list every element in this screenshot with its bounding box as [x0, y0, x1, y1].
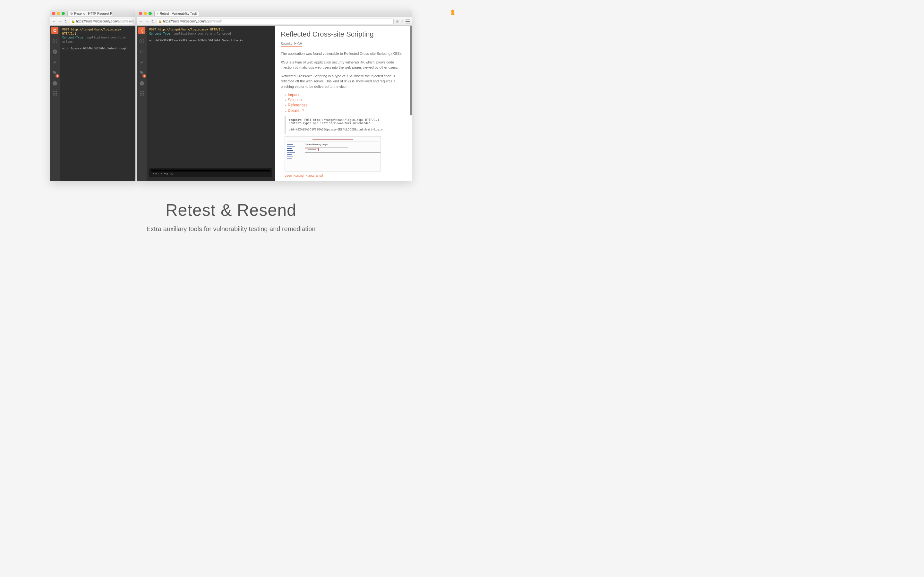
- detail-request-box: request: POST http://target/bank/login.a…: [284, 116, 406, 134]
- tab-title: Retest - Vulnerability Testi: [160, 12, 197, 15]
- app-logo-resend[interactable]: C: [51, 27, 58, 34]
- tab-title: Resend - HTTP Request R: [74, 12, 112, 15]
- avatar-icon[interactable]: [449, 9, 456, 17]
- maximize-window-icon[interactable]: [61, 12, 65, 15]
- app-sidebar: C 5 i: [50, 26, 60, 181]
- url-host: suite.websecurify.com: [86, 19, 117, 23]
- star-icon[interactable]: ☆: [401, 19, 404, 24]
- tab-favicon: ↻: [70, 12, 73, 15]
- url-bar: ← → ↻ 🔒 https://suite.websecurify.com/ap…: [50, 17, 136, 26]
- url-prefix: https://: [76, 19, 86, 23]
- info-icon[interactable]: i: [52, 81, 57, 87]
- reload-icon[interactable]: ↻: [151, 19, 155, 24]
- report-pane: Reflected Cross-site Scripting Severity:…: [275, 26, 412, 181]
- forward-icon[interactable]: →: [58, 19, 62, 24]
- url-path: /apps/resend/: [117, 19, 134, 23]
- refresh-icon[interactable]: [139, 49, 144, 55]
- section-impact[interactable]: ›Impact: [284, 92, 406, 97]
- chevron-down-icon: ⌵: [284, 108, 288, 113]
- forward-icon[interactable]: →: [145, 19, 149, 24]
- tag-icon[interactable]: 8: [139, 70, 144, 76]
- page-caption: Retest & Resend Extra auxiliary tools fo…: [0, 200, 462, 233]
- play-icon[interactable]: [52, 39, 57, 45]
- chevron-right-icon: ›: [284, 93, 288, 97]
- url-prefix: https://: [163, 19, 173, 23]
- address-field[interactable]: 🔒 https://suite.websecurify.com/apps/res…: [69, 19, 134, 24]
- link-open[interactable]: Open: [284, 174, 292, 177]
- request-editor[interactable]: POST http://target/bank/login.aspx HTTP/…: [60, 26, 136, 181]
- close-tab-icon[interactable]: ×: [199, 12, 199, 15]
- detail-request-line1: POST http://target/bank/login.aspx HTTP/…: [304, 118, 379, 121]
- progress-bar: [151, 169, 270, 171]
- reload-icon[interactable]: ↻: [64, 19, 68, 24]
- thumb-header: ━━━━━━━━━━━━━━━━━━━━━━━━━━━━━━━━━━━━━━━━…: [287, 139, 379, 142]
- apps-grid-icon[interactable]: [53, 91, 57, 95]
- caption-subtitle: Extra auxiliary tools for vulnerability …: [0, 226, 462, 233]
- status-text: 1/761 71/91 0%: [151, 173, 173, 176]
- url-bar: ← → ↻ 🔒 https://suite.websecurify.com/ap…: [137, 17, 412, 26]
- detail-request-body: uid=%22%3E%3C1V9SO%3E&passw=6E84bL56I8&b…: [289, 128, 383, 131]
- apps-grid-icon[interactable]: [140, 91, 144, 95]
- minimize-window-icon[interactable]: [57, 12, 60, 15]
- section-details[interactable]: ⌵Details (1): [284, 108, 406, 113]
- minimize-window-icon[interactable]: [144, 12, 147, 15]
- lock-icon: 🔒: [71, 19, 75, 23]
- close-window-icon[interactable]: [139, 12, 142, 15]
- thumb-title: Online Banking Login: [305, 143, 328, 145]
- bird-icon[interactable]: [52, 60, 57, 66]
- report-paragraph: The application was found vulnerable to …: [281, 51, 406, 56]
- window-controls: [139, 12, 152, 15]
- request-editor[interactable]: POST http://target/bank/login.aspx HTTP/…: [147, 26, 275, 181]
- play-filled-icon[interactable]: [52, 49, 57, 55]
- scrollbar[interactable]: [410, 26, 412, 115]
- vuln-title: Reflected Cross-site Scripting: [281, 30, 406, 39]
- tag-icon[interactable]: 5: [52, 70, 57, 76]
- report-paragraph: Reflected Cross-site Scripting is a type…: [281, 73, 406, 89]
- evidence-screenshot[interactable]: ━━━━━━━━━━━━━━━━━━━━━━━━━━━━━━━━━━━━━━━━…: [284, 136, 381, 171]
- back-icon[interactable]: ←: [52, 19, 56, 24]
- browser-tab[interactable]: ⟨ Retest - Vulnerability Testi ×: [154, 11, 199, 16]
- request-line: POST http://target/bank/login.aspx HTTP/…: [149, 28, 224, 31]
- shield-icon[interactable]: ⛨: [396, 19, 399, 24]
- detail-request-label: request:: [289, 118, 302, 121]
- url-host: suite.websecurify.com: [173, 19, 204, 23]
- section-references[interactable]: ›References: [284, 103, 406, 108]
- tab-favicon: ⟨: [157, 12, 158, 15]
- url-extras: ⛨ ☆: [396, 19, 410, 24]
- request-header-name: Content-Type:: [62, 36, 85, 39]
- svg-text:i: i: [55, 82, 55, 85]
- resend-window: ↻ Resend - HTTP Request R × ← → ↻ 🔒 http…: [50, 10, 136, 181]
- info-icon[interactable]: i: [139, 81, 144, 87]
- browser-tab[interactable]: ↻ Resend - HTTP Request R ×: [67, 11, 112, 16]
- play-icon[interactable]: [139, 39, 144, 45]
- app-sidebar: ⟨ 8 i: [137, 26, 147, 181]
- lock-icon: 🔒: [158, 19, 162, 23]
- section-solution[interactable]: ›Solution: [284, 97, 406, 103]
- request-header-value: application/x-www-form-urlencoded: [174, 32, 231, 35]
- close-window-icon[interactable]: [52, 12, 55, 15]
- retest-window: ⟨ Retest - Vulnerability Testi × ← → ↻ 🔒…: [137, 10, 412, 181]
- tab-bar: ⟨ Retest - Vulnerability Testi ×: [137, 10, 412, 17]
- maximize-window-icon[interactable]: [149, 12, 152, 15]
- link-resend[interactable]: Resend: [294, 174, 304, 177]
- tab-bar: ↻ Resend - HTTP Request R ×: [50, 10, 136, 17]
- caption-title: Retest & Resend: [0, 200, 462, 219]
- request-body: uid='&passw=6E84bL56I8&btnSubmit=Login: [62, 47, 133, 51]
- sidebar-badge: 8: [142, 74, 146, 77]
- address-field[interactable]: 🔒 https://suite.websecurify.com/apps/ret…: [157, 19, 394, 24]
- menu-icon[interactable]: [405, 19, 410, 23]
- link-email[interactable]: Email: [316, 174, 323, 177]
- section-list: ›Impact ›Solution ›References ⌵Details (…: [284, 92, 406, 113]
- url-path: /apps/retest/: [204, 19, 222, 23]
- chevron-right-icon: ›: [284, 103, 288, 107]
- request-header-name: Content-Type:: [149, 32, 172, 35]
- report-paragraph: XSS is a type of web application securit…: [281, 60, 406, 70]
- request-line: POST http://target/bank/login.aspx HTTP/…: [62, 28, 121, 35]
- link-retest[interactable]: Retest: [305, 174, 314, 177]
- sidebar-badge: 5: [55, 74, 59, 77]
- window-controls: [52, 12, 65, 15]
- request-body: uid=%22%3E%3CTsvr7%3E&passw=6E84bL56I8&b…: [149, 39, 272, 43]
- back-icon[interactable]: ←: [139, 19, 143, 24]
- bird-icon[interactable]: [139, 60, 144, 66]
- app-logo-retest[interactable]: ⟨: [138, 27, 145, 34]
